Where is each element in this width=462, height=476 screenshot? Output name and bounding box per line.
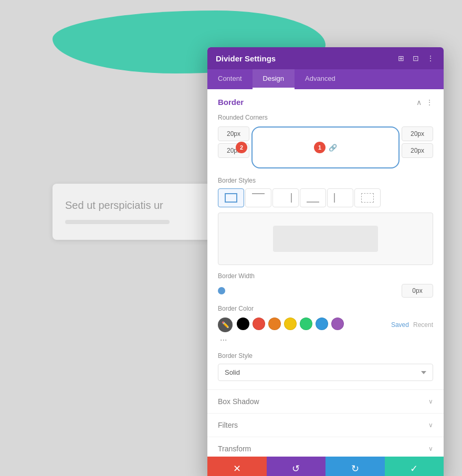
corner-bottom-right-input[interactable] — [402, 143, 433, 158]
border-style-select[interactable]: Solid None Dashed Dotted Double — [218, 364, 433, 381]
border-section: Border ∧ ⋮ Rounded Corners 2 1 🔗 — [207, 89, 444, 390]
border-collapse-toggle[interactable]: ∧ — [416, 98, 422, 107]
color-swatch-purple[interactable] — [331, 318, 344, 330]
border-more-icon[interactable]: ⋮ — [426, 98, 433, 107]
border-width-label: Border Width — [218, 272, 433, 280]
corner-center-display: 2 1 🔗 — [251, 126, 400, 168]
badge-2: 2 — [236, 142, 247, 153]
color-more-button[interactable]: ··· — [218, 335, 229, 344]
color-swatch-yellow[interactable] — [284, 318, 297, 330]
color-swatch-black[interactable] — [237, 318, 249, 330]
tab-advanced[interactable]: Advanced — [295, 69, 346, 89]
tabs-bar: Content Design Advanced — [207, 69, 444, 89]
cancel-button[interactable]: ✕ — [207, 457, 267, 476]
divider-settings-modal: Divider Settings ⊞ ⊡ ⋮ Content Design Ad… — [207, 47, 444, 476]
corner-top-left-input[interactable] — [218, 126, 249, 141]
bottom-border-icon — [307, 193, 319, 203]
rounded-corners-label: Rounded Corners — [218, 114, 433, 121]
border-style-options — [218, 188, 433, 207]
modal-icon-copy[interactable]: ⊡ — [411, 54, 421, 63]
modal-footer: ✕ ↺ ↻ ✓ — [207, 457, 444, 476]
right-border-icon — [279, 193, 292, 203]
transform-title: Transform — [218, 445, 251, 453]
border-style-none[interactable] — [354, 188, 381, 207]
border-style-label: Border Style — [218, 352, 433, 359]
reset-button[interactable]: ↺ — [267, 457, 326, 476]
modal-title: Divider Settings — [216, 54, 276, 63]
no-border-icon — [361, 193, 374, 203]
color-swatches — [237, 316, 360, 331]
color-swatch-green[interactable] — [300, 318, 312, 330]
border-style-full[interactable] — [218, 188, 244, 207]
border-color-row: ✏️ — [218, 316, 433, 333]
corner-box-preview: 1 🔗 — [251, 126, 400, 168]
color-gradient-btn[interactable] — [347, 316, 360, 331]
border-style-top[interactable] — [245, 188, 271, 207]
modal-header-icons: ⊞ ⊡ ⋮ — [396, 54, 435, 63]
color-swatch-orange[interactable] — [268, 318, 281, 330]
border-width-slider[interactable] — [218, 290, 396, 292]
border-preview-inner — [273, 226, 378, 252]
page-content-bar — [65, 220, 170, 224]
tab-design[interactable]: Design — [253, 69, 295, 89]
box-shadow-chevron: ∨ — [428, 398, 433, 405]
confirm-button[interactable]: ✓ — [385, 457, 444, 476]
border-width-slider-row — [218, 284, 433, 298]
border-style-left[interactable] — [327, 188, 353, 207]
corner-top-right-input[interactable] — [402, 126, 433, 141]
color-swatch-blue[interactable] — [316, 318, 328, 330]
tab-content[interactable]: Content — [207, 69, 253, 89]
filters-section[interactable]: Filters ∨ — [207, 414, 444, 437]
transform-section[interactable]: Transform ∨ — [207, 437, 444, 457]
left-border-icon — [334, 193, 346, 203]
border-style-bottom[interactable] — [300, 188, 326, 207]
border-style-right[interactable] — [272, 188, 299, 207]
border-styles-label: Border Styles — [218, 177, 433, 184]
border-section-header: Border ∧ ⋮ — [218, 98, 433, 107]
corner-bottom-right-wrapper — [402, 143, 433, 158]
color-links: Saved Recent — [391, 321, 433, 329]
filters-chevron: ∨ — [428, 421, 433, 429]
recent-link[interactable]: Recent — [413, 321, 433, 329]
modal-icon-more[interactable]: ⋮ — [426, 54, 435, 63]
modal-body: Border ∧ ⋮ Rounded Corners 2 1 🔗 — [207, 89, 444, 457]
filters-title: Filters — [218, 421, 238, 429]
link-icon: 🔗 — [329, 144, 337, 152]
border-preview-box — [218, 213, 433, 265]
redo-button[interactable]: ↻ — [326, 457, 385, 476]
border-width-value[interactable] — [402, 284, 433, 298]
gradient-icon — [347, 316, 360, 329]
box-shadow-section[interactable]: Box Shadow ∨ — [207, 390, 444, 414]
transform-chevron: ∨ — [428, 445, 433, 452]
full-border-icon — [225, 193, 237, 203]
color-picker-button[interactable]: ✏️ — [218, 318, 233, 332]
color-swatch-red[interactable] — [253, 318, 265, 330]
saved-link[interactable]: Saved — [391, 321, 409, 329]
border-section-controls: ∧ ⋮ — [416, 98, 433, 107]
box-shadow-title: Box Shadow — [218, 397, 259, 406]
border-color-label: Border Color — [218, 305, 433, 312]
corner-top-right-wrapper — [402, 126, 433, 141]
modal-header: Divider Settings ⊞ ⊡ ⋮ — [207, 47, 444, 69]
rounded-corners-grid: 2 1 🔗 — [218, 126, 433, 168]
top-border-icon — [252, 193, 265, 203]
eyedropper-icon: ✏️ — [222, 321, 229, 329]
border-section-title: Border — [218, 98, 244, 107]
badge-1: 1 — [314, 142, 326, 153]
modal-icon-grid[interactable]: ⊞ — [396, 54, 406, 63]
